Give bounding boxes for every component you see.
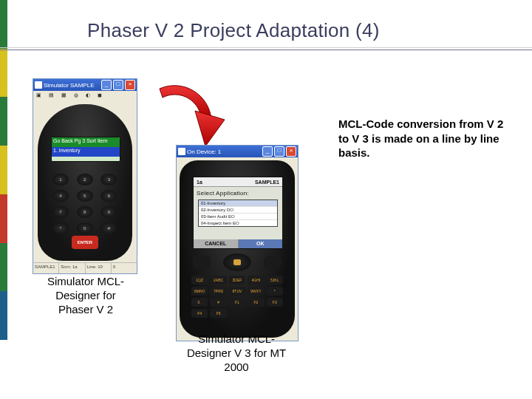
- titlebar: On Device: 1 _ □ ×: [177, 146, 298, 157]
- key[interactable]: #: [210, 298, 226, 307]
- softkey-ok[interactable]: OK: [239, 239, 283, 248]
- conversion-arrow-icon: [137, 74, 226, 155]
- application-list: 01-Inventory 02-Inventory DO 03-Item Aud…: [198, 200, 278, 227]
- key[interactable]: 5: [77, 190, 93, 202]
- toolbar-icon[interactable]: ▦: [61, 92, 66, 98]
- toolbar: ▣ ▤ ▦ ◍ ◐ ◼: [33, 91, 137, 100]
- mt2000-device: 1a SAMPLE1 Select Application: 01-Invent…: [180, 160, 295, 338]
- keypad: 1QZ 2ABC 3DEF 4GHI 5JKL 6MNO 7PRS 8TUV 9…: [191, 276, 283, 318]
- minimize-button[interactable]: _: [262, 146, 273, 157]
- key[interactable]: 7: [52, 206, 69, 218]
- window-title: Simulator SAMPLE: [44, 82, 100, 89]
- list-item[interactable]: 04-Inspect Item EO: [199, 220, 277, 226]
- titlebar: Simulator SAMPLE _ □ ×: [33, 79, 137, 91]
- key[interactable]: #: [100, 222, 117, 234]
- key[interactable]: F4: [191, 309, 208, 318]
- key[interactable]: F3: [267, 298, 283, 307]
- nav-row: [193, 253, 282, 271]
- softkey-bar: CANCEL OK: [194, 239, 282, 248]
- device-screen: 1a SAMPLE1 Select Application: 01-Invent…: [193, 177, 283, 249]
- key[interactable]: 9: [100, 206, 117, 218]
- device-screen: Go Back Pg 3 Sort Item 1. Inventory: [51, 137, 120, 162]
- status-cell: SAMPLE1: [33, 263, 59, 273]
- screen-line: 1. Inventory: [52, 147, 120, 157]
- caption-sim-v3: Simulator MCL-Designer V 3 for MT 2000: [177, 332, 296, 374]
- list-item[interactable]: 02-Inventory DO: [199, 207, 277, 214]
- toolbar-icon[interactable]: ◍: [74, 92, 78, 98]
- toolbar-icon[interactable]: ▤: [49, 92, 54, 98]
- key[interactable]: 1: [52, 174, 69, 185]
- dpad[interactable]: [223, 253, 251, 271]
- key[interactable]: 3DEF: [229, 276, 245, 284]
- description-text: MCL-Code conversion from V 2 to V 3 is m…: [338, 117, 510, 160]
- close-button[interactable]: ×: [125, 80, 135, 90]
- app-icon: [178, 148, 185, 155]
- enter-key[interactable]: ENTER: [72, 236, 98, 249]
- simulator-v3-window: On Device: 1 _ □ × 1a SAMPLE1 Select App…: [176, 145, 299, 341]
- phaser-v2-device: Go Back Pg 3 Sort Item 1. Inventory 1 2 …: [38, 104, 132, 261]
- key[interactable]: 0: [77, 222, 93, 234]
- maximize-button[interactable]: □: [274, 146, 284, 157]
- page-title: Phaser V 2 Project Adaptation (4): [87, 19, 380, 42]
- screen-prompt: Select Application:: [194, 187, 282, 198]
- keypad: 1 2 3 4 5 6 7 8 9 * 0 #: [52, 174, 117, 234]
- key[interactable]: 3: [100, 174, 117, 185]
- app-icon: [35, 81, 42, 89]
- key[interactable]: 9WXY: [248, 287, 264, 296]
- list-item[interactable]: 01-Inventory: [199, 200, 277, 207]
- key[interactable]: 5JKL: [267, 276, 283, 284]
- caption-sim-v2: Simulator MCL-Designer for Phaser V 2: [41, 275, 130, 316]
- toolbar-icon[interactable]: ▣: [36, 92, 41, 98]
- key[interactable]: 2: [77, 174, 93, 185]
- status-bar: SAMPLE1 Scrn: 1a Line: 10 0: [33, 262, 137, 273]
- key[interactable]: 4: [52, 190, 69, 202]
- right-softbutton[interactable]: [264, 256, 282, 269]
- key[interactable]: *: [52, 222, 69, 234]
- minimize-button[interactable]: _: [101, 80, 112, 90]
- maximize-button[interactable]: □: [113, 80, 123, 90]
- key[interactable]: *: [267, 287, 283, 296]
- key[interactable]: F2: [248, 298, 264, 307]
- list-item[interactable]: 03-Item Audit EO: [199, 214, 277, 220]
- toolbar-icon[interactable]: ◼: [98, 92, 102, 98]
- screen-header-bar: 1a SAMPLE1: [194, 177, 282, 187]
- screen-id: 1a: [197, 180, 202, 185]
- key[interactable]: 4GHI: [248, 276, 264, 284]
- softkey-cancel[interactable]: CANCEL: [194, 239, 239, 248]
- app-name: SAMPLE1: [255, 180, 279, 185]
- status-cell: Line: 10: [86, 263, 112, 273]
- key[interactable]: 6: [100, 190, 117, 202]
- toolbar-icon[interactable]: ◐: [86, 92, 90, 98]
- key[interactable]: 6MNO: [191, 287, 208, 296]
- key[interactable]: 8TUV: [229, 287, 245, 296]
- key[interactable]: F1: [229, 298, 245, 307]
- screen-line: Go Back Pg 3 Sort Item: [52, 137, 120, 147]
- close-button[interactable]: ×: [286, 146, 296, 157]
- left-softbutton[interactable]: [193, 256, 211, 269]
- key[interactable]: 7PRS: [210, 287, 226, 296]
- color-sidebar: [0, 0, 7, 340]
- key[interactable]: F5: [210, 309, 226, 318]
- key[interactable]: 0 .: [191, 298, 208, 307]
- status-cell: 0: [112, 263, 137, 273]
- key[interactable]: 2ABC: [210, 276, 226, 284]
- simulator-v2-window: Simulator SAMPLE _ □ × ▣ ▤ ▦ ◍ ◐ ◼ Go Ba…: [33, 78, 137, 274]
- key[interactable]: 1QZ: [191, 276, 208, 284]
- status-cell: Scrn: 1a: [59, 263, 85, 273]
- window-title: On Device: 1: [187, 149, 261, 155]
- key[interactable]: 8: [77, 206, 93, 218]
